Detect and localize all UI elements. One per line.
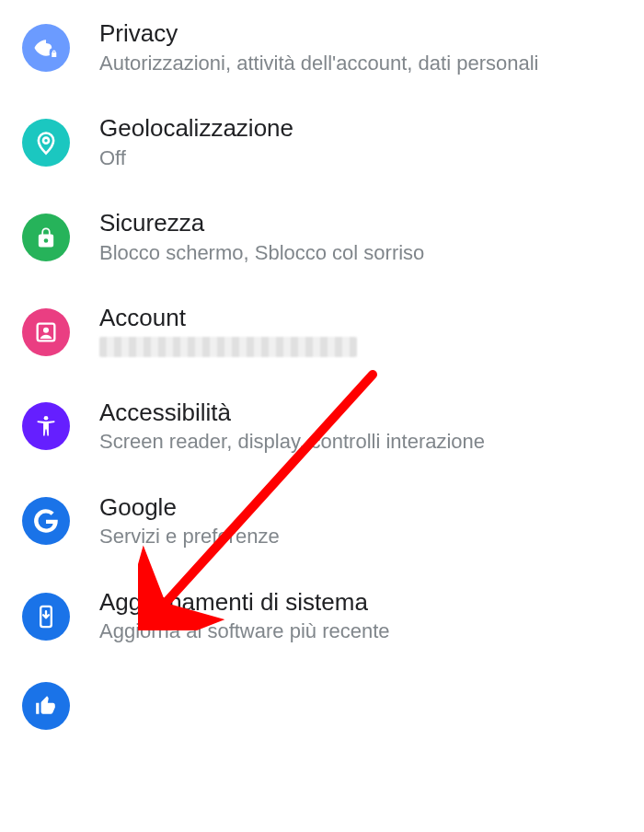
settings-item-rate[interactable] [0, 664, 644, 730]
settings-item-subtitle: Screen reader, display, controlli intera… [99, 429, 622, 456]
settings-item-privacy[interactable]: Privacy Autorizzazioni, attività dell'ac… [0, 0, 644, 95]
person-box-icon [22, 308, 70, 356]
settings-item-text: Geolocalizzazione Off [99, 113, 622, 171]
svg-point-0 [43, 45, 49, 51]
svg-point-3 [43, 327, 49, 332]
settings-item-geo[interactable]: Geolocalizzazione Off [0, 95, 644, 190]
settings-item-subtitle: Blocco schermo, Sblocco col sorriso [99, 240, 622, 267]
settings-item-title: Privacy [99, 18, 622, 49]
settings-item-text: Sicurezza Blocco schermo, Sblocco col so… [99, 208, 622, 266]
system-update-icon [22, 593, 70, 641]
settings-list: Privacy Autorizzazioni, attività dell'ac… [0, 0, 644, 730]
settings-item-title: Google [99, 492, 622, 523]
settings-item-text: Aggiornamenti di sistema Aggiorna al sof… [99, 587, 622, 645]
settings-item-security[interactable]: Sicurezza Blocco schermo, Sblocco col so… [0, 190, 644, 284]
settings-item-text: Account [99, 303, 622, 361]
accessibility-icon [22, 402, 70, 450]
google-g-icon [22, 497, 70, 545]
settings-item-update[interactable]: Aggiornamenti di sistema Aggiorna al sof… [0, 569, 644, 664]
settings-item-title: Sicurezza [99, 208, 622, 238]
thumb-up-icon [22, 682, 70, 730]
settings-item-subtitle: Aggiorna al software più recente [99, 618, 622, 645]
location-pin-icon [22, 119, 70, 167]
settings-item-title: Accessibilità [99, 398, 622, 428]
svg-point-4 [44, 416, 49, 421]
settings-item-text: Accessibilità Screen reader, display, co… [99, 398, 622, 456]
settings-item-title: Aggiornamenti di sistema [99, 587, 622, 618]
settings-item-title: Geolocalizzazione [99, 113, 622, 144]
settings-item-text: Google Servizi e preferenze [99, 492, 622, 550]
settings-item-text: Privacy Autorizzazioni, attività dell'ac… [99, 18, 622, 76]
settings-item-accessibility[interactable]: Accessibilità Screen reader, display, co… [0, 379, 644, 474]
settings-item-google[interactable]: Google Servizi e preferenze [0, 474, 644, 569]
settings-item-subtitle: Servizi e preferenze [99, 524, 622, 550]
settings-item-subtitle: Off [99, 145, 622, 172]
settings-item-subtitle: Autorizzazioni, attività dell'account, d… [99, 51, 622, 77]
settings-item-title: Account [99, 303, 622, 333]
settings-item-account[interactable]: Account [0, 284, 644, 379]
eye-lock-icon [22, 24, 70, 72]
svg-point-1 [43, 137, 49, 143]
lock-icon [22, 214, 70, 261]
account-email-redacted [99, 337, 357, 357]
